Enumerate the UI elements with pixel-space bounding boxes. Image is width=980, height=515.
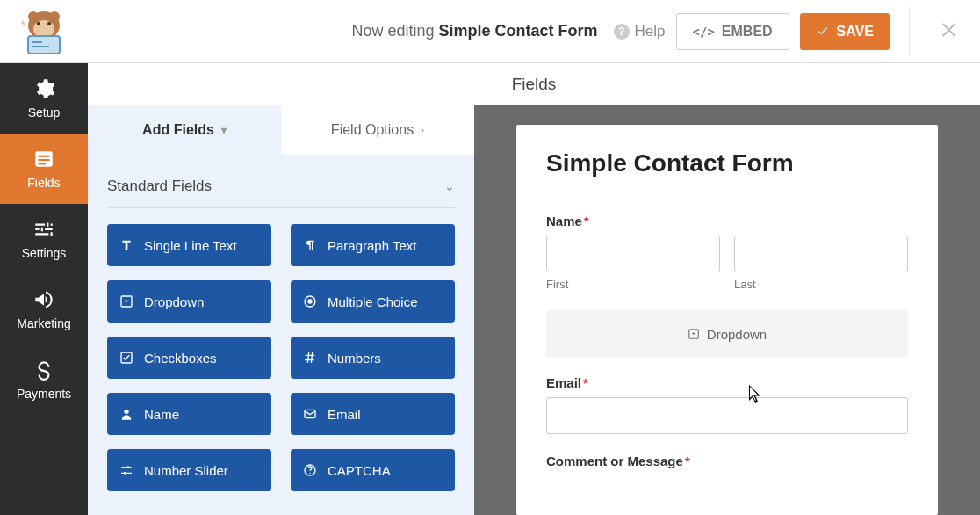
chevron-down-icon: ▾ [221, 124, 227, 136]
help-link[interactable]: ? Help [614, 23, 666, 40]
code-icon: </> [693, 25, 715, 39]
paragraph-icon [303, 238, 317, 252]
field-label: Single Line Text [144, 238, 237, 253]
field-dropdown[interactable]: Dropdown [107, 280, 271, 323]
palette-tabs: Add Fields ▾ Field Options › [88, 105, 474, 155]
divider [909, 7, 910, 56]
drop-placeholder-dropdown[interactable]: Dropdown [546, 310, 908, 358]
sidebar-item-label: Fields [27, 176, 60, 190]
svg-rect-8 [32, 46, 49, 47]
tab-label: Field Options [331, 122, 414, 138]
name-label: Name* [546, 214, 908, 228]
field-label: Email [328, 407, 361, 422]
field-label: Multiple Choice [328, 294, 418, 309]
required-mark: * [685, 453, 690, 468]
section-header: Fields [88, 63, 980, 105]
app-logo [0, 10, 88, 54]
workspace: Add Fields ▾ Field Options › Standard Fi… [88, 105, 980, 515]
sidebar-item-label: Payments [17, 387, 71, 401]
tab-add-fields[interactable]: Add Fields ▾ [88, 105, 281, 155]
sidebar-item-fields[interactable]: Fields [0, 134, 88, 204]
field-name[interactable]: Name [107, 393, 271, 435]
caret-icon [688, 328, 700, 340]
preview-field-email[interactable]: Email* [546, 375, 908, 434]
sidebar-nav: Setup Fields Settings Marketing Payments [0, 63, 88, 515]
tab-label: Add Fields [142, 122, 214, 138]
field-checkboxes[interactable]: Checkboxes [107, 337, 271, 379]
mascot-icon [16, 10, 72, 54]
field-label: Numbers [328, 351, 381, 366]
form-preview[interactable]: Simple Contact Form Name* First Last [516, 125, 938, 515]
palette-body: Standard Fields ⌄ Single Line Text Parag… [88, 155, 474, 515]
close-button[interactable] [940, 19, 961, 44]
placeholder-label: Dropdown [707, 327, 767, 342]
field-label: Dropdown [144, 294, 204, 309]
last-name-input[interactable] [734, 236, 908, 272]
preview-field-comment[interactable]: Comment or Message* [546, 453, 908, 468]
first-sublabel: First [546, 278, 720, 291]
radio-icon [303, 294, 317, 308]
save-button[interactable]: SAVE [800, 13, 890, 50]
dollar-icon [32, 359, 55, 381]
comment-label: Comment or Message* [546, 453, 908, 468]
mail-icon [303, 407, 317, 421]
svg-rect-11 [39, 159, 50, 161]
preview-field-name[interactable]: Name* First Last [546, 214, 908, 291]
sidebar-item-settings[interactable]: Settings [0, 204, 88, 274]
field-multiple-choice[interactable]: Multiple Choice [291, 280, 455, 323]
field-group-header[interactable]: Standard Fields ⌄ [107, 172, 455, 208]
help-label: Help [635, 23, 666, 40]
sidebar-item-label: Settings [22, 246, 67, 260]
group-title-label: Standard Fields [107, 178, 212, 195]
sidebar-item-label: Marketing [17, 316, 70, 330]
field-captcha[interactable]: CAPTCHA [291, 449, 455, 491]
svg-rect-12 [39, 163, 47, 164]
preview-form-title: Simple Contact Form [546, 149, 908, 178]
sliders-icon [119, 463, 133, 477]
help-icon [303, 463, 317, 477]
field-label: Name [144, 407, 179, 422]
help-icon: ? [614, 24, 630, 40]
required-mark: * [584, 214, 589, 228]
field-label: Paragraph Text [328, 238, 416, 253]
check-icon [816, 25, 830, 39]
sidebar-item-payments[interactable]: Payments [0, 345, 88, 415]
svg-point-2 [49, 11, 60, 22]
svg-point-5 [47, 22, 51, 25]
email-input[interactable] [546, 397, 908, 434]
hash-icon [303, 351, 317, 365]
svg-rect-10 [39, 156, 50, 157]
save-label: SAVE [837, 24, 874, 40]
label-text: Comment or Message [546, 453, 683, 468]
label-text: Email [546, 375, 581, 390]
field-single-line-text[interactable]: Single Line Text [107, 224, 271, 266]
tab-field-options[interactable]: Field Options › [281, 105, 474, 155]
check-icon [119, 351, 133, 365]
editing-title: Now editing Simple Contact Form [98, 22, 603, 40]
embed-button[interactable]: </> EMBED [676, 13, 789, 50]
caret-icon [119, 294, 133, 308]
sidebar-item-setup[interactable]: Setup [0, 63, 88, 134]
field-palette: Add Fields ▾ Field Options › Standard Fi… [88, 105, 474, 515]
field-email[interactable]: Email [291, 393, 455, 435]
svg-point-15 [307, 299, 312, 303]
svg-point-19 [127, 466, 130, 468]
svg-point-4 [37, 22, 40, 25]
editing-prefix: Now editing [351, 22, 434, 40]
top-bar: Now editing Simple Contact Form ? Help <… [0, 0, 980, 63]
embed-label: EMBED [722, 24, 773, 40]
svg-point-22 [309, 473, 310, 474]
field-numbers[interactable]: Numbers [291, 337, 455, 379]
svg-point-17 [124, 410, 128, 414]
field-number-slider[interactable]: Number Slider [107, 449, 271, 491]
sliders-icon [32, 218, 55, 241]
field-paragraph-text[interactable]: Paragraph Text [291, 224, 455, 266]
main-area: Fields Add Fields ▾ Field Options › Stan… [88, 63, 980, 515]
field-label: CAPTCHA [328, 463, 391, 478]
chevron-right-icon: › [421, 124, 424, 136]
user-icon [119, 407, 133, 421]
field-label: Checkboxes [144, 351, 217, 366]
first-name-input[interactable] [546, 236, 720, 272]
sidebar-item-marketing[interactable]: Marketing [0, 274, 88, 345]
required-mark: * [583, 375, 588, 390]
